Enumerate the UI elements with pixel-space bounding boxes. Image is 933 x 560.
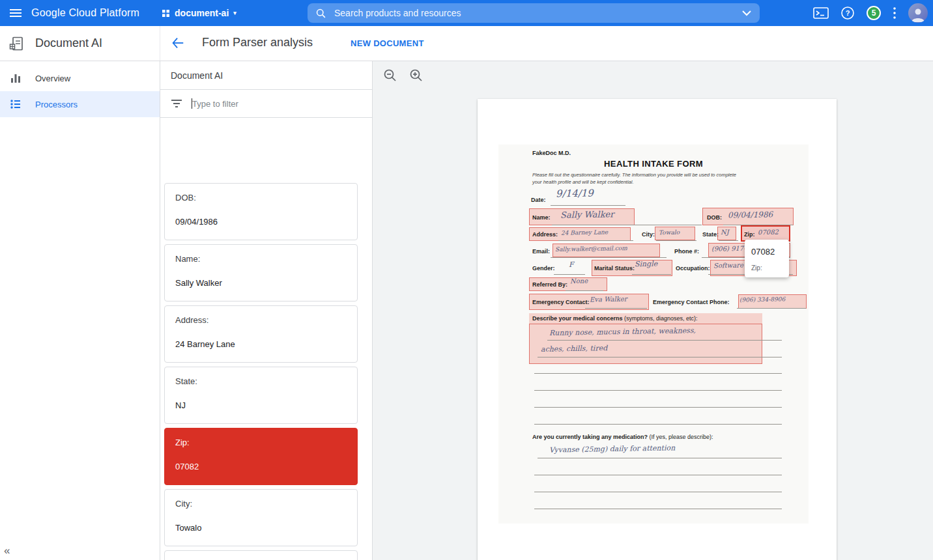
sidebar-item-label: Overview — [35, 74, 70, 83]
gcp-brand[interactable]: Google Cloud Platform — [31, 7, 139, 19]
zoom-toolbar — [383, 68, 423, 85]
form-line — [538, 458, 782, 458]
form-line — [632, 274, 671, 275]
form-line — [656, 240, 696, 241]
form-label-occupation: Occupation: — [676, 265, 710, 272]
sidebar-item-label: Processors — [35, 100, 78, 109]
entity-value: 24 Barney Lane — [175, 339, 347, 349]
entity-list: DOB:09/04/1986 Name:Sally Walker Address… — [160, 180, 372, 560]
handwriting-email: Sally.walker@cmail.com — [555, 245, 627, 253]
collapse-sidebar-icon[interactable]: « — [4, 544, 10, 557]
form-line — [534, 509, 782, 509]
filter-icon — [171, 99, 182, 108]
entity-card-dob[interactable]: DOB:09/04/1986 — [164, 183, 358, 240]
search-icon — [315, 8, 326, 19]
handwriting-referred: None — [570, 277, 588, 285]
form-label-phone: Phone #: — [674, 248, 699, 255]
project-name: document-ai — [175, 8, 229, 18]
sidebar: Overview Processors « — [0, 61, 160, 560]
form-line — [534, 390, 782, 391]
handwriting-address: 24 Barney Lane — [561, 229, 608, 236]
handwriting-date: 9/14/19 — [556, 187, 594, 199]
search-input[interactable] — [334, 8, 741, 18]
search-chevron-down-icon[interactable] — [741, 10, 752, 16]
form-label-gender: Gender: — [532, 265, 555, 272]
gcp-topbar: Google Cloud Platform document-ai ▾ ? 5 — [0, 0, 933, 26]
entity-label: Zip: — [175, 438, 347, 447]
cloud-shell-icon[interactable] — [813, 7, 829, 19]
form-title: HEALTH INTAKE FORM — [498, 159, 809, 169]
entity-card-state[interactable]: State:NJ — [164, 367, 358, 424]
form-label-medication-bold: Are you currently taking any medication? — [532, 434, 648, 440]
form-line — [534, 475, 782, 475]
entity-label: DOB: — [175, 193, 347, 203]
chevron-down-icon: ▾ — [233, 10, 237, 16]
form-label-email: Email: — [532, 248, 550, 255]
form-line — [534, 373, 782, 374]
help-icon[interactable]: ? — [840, 6, 855, 20]
document-page: FakeDoc M.D. HEALTH INTAKE FORM Please f… — [478, 99, 837, 560]
hamburger-menu-icon[interactable] — [8, 5, 23, 21]
form-line — [551, 205, 625, 206]
form-line — [585, 308, 647, 309]
topbar-actions: ? 5 — [813, 0, 928, 26]
processors-icon — [9, 98, 22, 111]
form-label-referred: Referred By: — [532, 281, 567, 288]
form-line — [558, 240, 633, 241]
handwriting-concerns-line2: aches, chills, tired — [541, 344, 607, 354]
app-root: Google Cloud Platform document-ai ▾ ? 5 … — [0, 0, 933, 560]
form-label-city: City: — [642, 231, 655, 238]
tooltip-label: Zip: — [751, 264, 782, 272]
document-ai-icon — [9, 36, 25, 51]
form-label-medication: Are you currently taking any medication?… — [532, 434, 713, 440]
form-label-concerns: Describe your medical concerns (symptoms… — [532, 315, 698, 322]
entity-card-name[interactable]: Name:Sally Walker — [164, 244, 358, 301]
project-icon — [162, 9, 170, 18]
handwriting-name: Sally Walker — [560, 209, 614, 219]
project-selector[interactable]: document-ai ▾ — [162, 8, 237, 18]
handwriting-emergency: Eva Walker — [590, 295, 627, 303]
form-line — [534, 407, 782, 408]
handwriting-city: Towalo — [659, 229, 680, 236]
form-line — [554, 274, 585, 275]
form-label-concerns-rest: (symptoms, diagnoses, etc): — [623, 315, 698, 322]
form-label-zip: Zip: — [744, 231, 755, 238]
search-bar[interactable] — [308, 3, 760, 23]
form-line — [719, 240, 738, 241]
sidebar-item-overview[interactable]: Overview — [0, 65, 160, 91]
handwriting-medication: Vyvanse (25mg) daily for attention — [549, 443, 675, 454]
filter-input[interactable] — [192, 99, 362, 109]
form-label-marital: Marital Status: — [594, 265, 635, 272]
entity-tooltip: 07082 Zip: — [745, 240, 789, 277]
svg-text:?: ? — [846, 9, 850, 17]
subheader: Document AI Form Parser analysis NEW DOC… — [0, 26, 933, 61]
form-line — [538, 357, 782, 357]
form-label-emergency: Emergency Contact: — [532, 299, 590, 305]
entity-value: 07082 — [175, 462, 347, 471]
zoom-in-icon[interactable] — [409, 68, 423, 85]
form-line — [552, 225, 702, 225]
new-document-button[interactable]: NEW DOCUMENT — [351, 38, 424, 48]
form-label-address: Address: — [532, 231, 558, 238]
entity-card-phone[interactable]: Phone #:(906) 917-3486 — [164, 550, 358, 560]
tooltip-value: 07082 — [751, 247, 782, 257]
handwriting-dob: 09/04/1986 — [728, 210, 773, 219]
form-line — [547, 340, 782, 341]
sidebar-item-processors[interactable]: Processors — [0, 91, 160, 117]
form-line — [566, 290, 603, 291]
form-line — [551, 257, 667, 258]
document-viewer: FakeDoc M.D. HEALTH INTAKE FORM Please f… — [373, 61, 933, 560]
entity-label: City: — [175, 499, 347, 509]
handwriting-emergency-phone: (906) 334-8906 — [739, 296, 785, 303]
zoom-out-icon[interactable] — [383, 68, 397, 85]
entity-label: Address: — [175, 315, 347, 325]
entity-card-city[interactable]: City:Towalo — [164, 489, 358, 546]
more-vert-icon[interactable] — [893, 7, 897, 20]
entity-card-zip[interactable]: Zip:07082 — [164, 428, 358, 485]
avatar[interactable] — [908, 3, 928, 23]
back-arrow-icon[interactable] — [171, 36, 185, 50]
handwriting-gender: F — [569, 260, 574, 269]
form-label-date: Date: — [531, 197, 546, 203]
entity-card-address[interactable]: Address:24 Barney Lane — [164, 305, 358, 363]
notifications-badge[interactable]: 5 — [867, 6, 881, 20]
